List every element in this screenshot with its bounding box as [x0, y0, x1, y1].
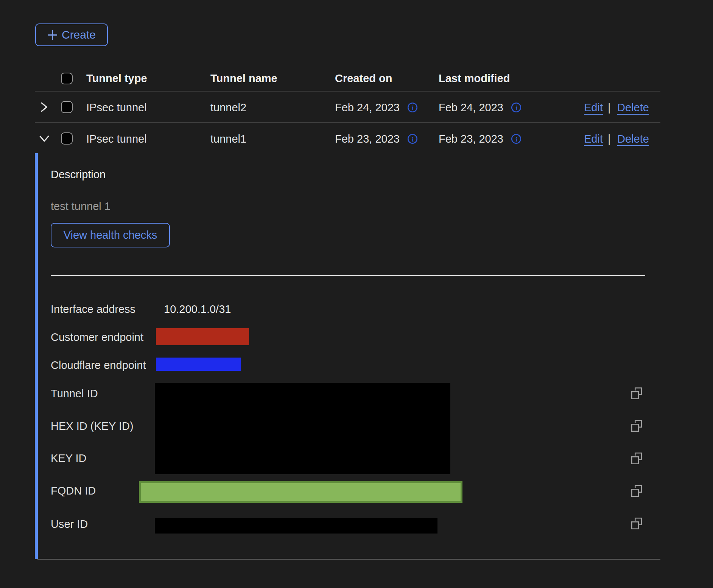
svg-text:i: i — [412, 104, 414, 112]
svg-text:i: i — [515, 136, 517, 143]
svg-text:i: i — [412, 136, 414, 143]
svg-text:i: i — [515, 104, 517, 112]
